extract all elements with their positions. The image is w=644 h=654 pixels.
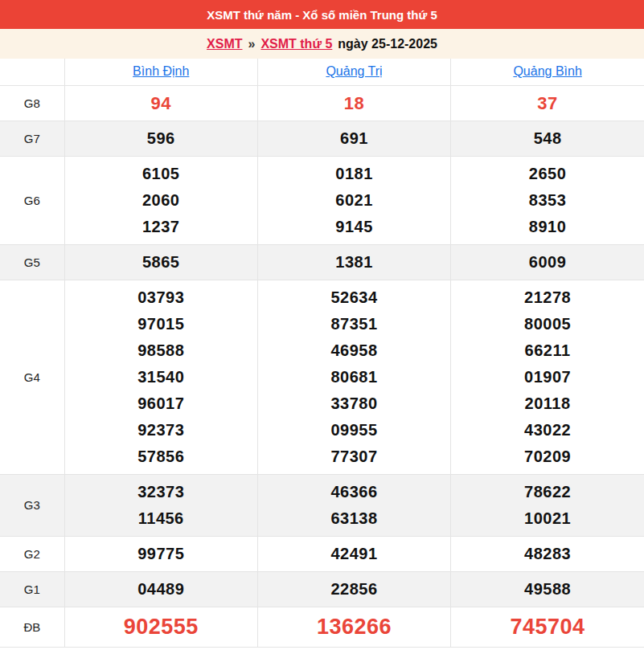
prize-cell-g7-2: 548 [451, 121, 644, 156]
province-link-binh-dinh[interactable]: Bình Định [133, 64, 189, 78]
prize-number: 18 [258, 90, 450, 116]
prize-number: 31540 [65, 364, 257, 390]
prize-cell-db-2: 745704 [451, 607, 644, 647]
prize-number: 94 [65, 90, 257, 116]
corner-cell [0, 59, 64, 85]
prize-number: 52634 [258, 284, 450, 311]
prize-number: 66211 [451, 337, 644, 364]
breadcrumb-date: ngày 25-12-2025 [338, 37, 437, 51]
prize-cell-g6-2: 265083538910 [451, 156, 644, 244]
prize-row-g7: G7596691548 [0, 121, 644, 156]
province-header-binh-dinh: Bình Định [64, 59, 257, 85]
breadcrumb-link-xsmt-thu-5[interactable]: XSMT thứ 5 [260, 37, 332, 51]
prize-row-g2: G2997754249148283 [0, 536, 644, 571]
prize-cell-g1-0: 04489 [64, 571, 257, 607]
prize-number: 9145 [258, 214, 450, 240]
prize-number: 1381 [258, 249, 450, 276]
prize-number: 32373 [65, 479, 257, 505]
prize-number: 01907 [451, 364, 644, 390]
prize-number: 33780 [258, 390, 450, 417]
prize-cell-g3-0: 3237311456 [64, 474, 257, 536]
results-table: Bình Định Quảng Trị Quảng Bình G8941837G… [0, 59, 644, 648]
prize-number: 92373 [65, 417, 257, 443]
prize-number: 5865 [65, 249, 257, 276]
prize-number: 2650 [451, 161, 644, 187]
page-title: XSMT thứ năm - Xổ số miền Trung thứ 5 [207, 8, 437, 22]
prize-label-g6: G6 [0, 156, 64, 244]
prize-number: 745704 [451, 611, 644, 643]
prize-number: 80681 [258, 364, 450, 390]
prize-number: 6021 [258, 187, 450, 214]
prize-number: 902555 [65, 611, 257, 643]
prize-number: 0181 [258, 161, 450, 187]
prize-number: 8353 [451, 187, 644, 214]
prize-row-g4: G403793970159858831540960179237357856526… [0, 280, 644, 474]
prize-number: 548 [451, 125, 644, 152]
prize-cell-g6-0: 610520601237 [64, 156, 257, 244]
prize-number: 43022 [451, 417, 644, 443]
breadcrumb: XSMT » XSMT thứ 5 ngày 25-12-2025 [0, 29, 644, 59]
prize-number: 80005 [451, 311, 644, 337]
prize-row-db: ĐB902555136266745704 [0, 607, 644, 647]
prize-cell-db-0: 902555 [64, 607, 257, 647]
prize-cell-g5-2: 6009 [451, 244, 644, 280]
prize-row-g3: G3323731145646366631387862210021 [0, 474, 644, 536]
prize-cell-g3-1: 4636663138 [257, 474, 450, 536]
breadcrumb-link-xsmt[interactable]: XSMT [207, 37, 242, 51]
prize-number: 42491 [258, 541, 450, 567]
prize-number: 46958 [258, 337, 450, 364]
prize-number: 63138 [258, 505, 450, 532]
prize-number: 49588 [451, 576, 644, 603]
prize-label-g7: G7 [0, 121, 64, 156]
province-link-quang-binh[interactable]: Quảng Bình [513, 64, 581, 78]
prize-number: 691 [258, 125, 450, 152]
prize-cell-g8-1: 18 [257, 85, 450, 121]
prize-cell-g1-2: 49588 [451, 571, 644, 607]
prize-number: 99775 [65, 541, 257, 567]
prize-cell-g3-2: 7862210021 [451, 474, 644, 536]
prize-number: 77307 [258, 443, 450, 470]
prize-number: 87351 [258, 311, 450, 337]
prize-number: 78622 [451, 479, 644, 505]
prize-number: 70209 [451, 443, 644, 470]
prize-number: 1237 [65, 214, 257, 240]
prize-label-g1: G1 [0, 571, 64, 607]
prize-cell-g4-0: 03793970159858831540960179237357856 [64, 280, 257, 474]
prize-cell-db-1: 136266 [257, 607, 450, 647]
prize-row-g8: G8941837 [0, 85, 644, 121]
prize-cell-g6-1: 018160219145 [257, 156, 450, 244]
province-link-quang-tri[interactable]: Quảng Trị [326, 64, 382, 78]
prize-label-db: ĐB [0, 607, 64, 647]
prize-cell-g2-0: 99775 [64, 536, 257, 571]
prize-label-g4: G4 [0, 280, 64, 474]
prize-cell-g7-0: 596 [64, 121, 257, 156]
prize-label-g5: G5 [0, 244, 64, 280]
prize-label-g2: G2 [0, 536, 64, 571]
prize-number: 2060 [65, 187, 257, 214]
prize-number: 11456 [65, 505, 257, 532]
prize-number: 596 [65, 125, 257, 152]
title-bar: XSMT thứ năm - Xổ số miền Trung thứ 5 [0, 0, 644, 29]
prize-number: 48283 [451, 541, 644, 567]
prize-number: 57856 [65, 443, 257, 470]
prize-row-g6: G6610520601237018160219145265083538910 [0, 156, 644, 244]
prize-cell-g4-1: 52634873514695880681337800995577307 [257, 280, 450, 474]
prize-number: 20118 [451, 390, 644, 417]
province-header-row: Bình Định Quảng Trị Quảng Bình [0, 59, 644, 85]
prize-cell-g2-2: 48283 [451, 536, 644, 571]
province-header-quang-tri: Quảng Trị [257, 59, 450, 85]
province-header-quang-binh: Quảng Bình [451, 59, 644, 85]
prize-number: 8910 [451, 214, 644, 240]
prize-cell-g8-2: 37 [451, 85, 644, 121]
prize-label-g3: G3 [0, 474, 64, 536]
prize-cell-g5-0: 5865 [64, 244, 257, 280]
prize-number: 97015 [65, 311, 257, 337]
prize-row-g1: G1044892285649588 [0, 571, 644, 607]
prize-number: 6105 [65, 161, 257, 187]
prize-number: 96017 [65, 390, 257, 417]
prize-cell-g5-1: 1381 [257, 244, 450, 280]
prize-number: 04489 [65, 576, 257, 603]
prize-number: 03793 [65, 284, 257, 311]
prize-cell-g8-0: 94 [64, 85, 257, 121]
breadcrumb-separator: » [248, 37, 255, 51]
